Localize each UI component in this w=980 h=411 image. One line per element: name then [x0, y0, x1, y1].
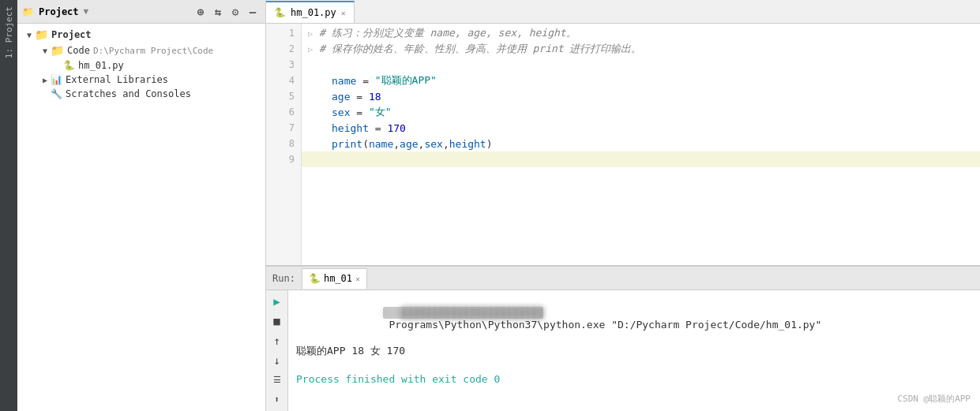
line7-number: 170 — [387, 122, 405, 134]
path-suffix: Programs\Python\Python37\python.exe "D:/… — [383, 319, 822, 331]
line7-var: height — [332, 122, 369, 134]
run-panel: Run: 🐍 hm_01 ✕ ▶ ■ ↑ ↓ ☰ ⬆ — [266, 265, 980, 411]
run-process-line: Process finished with exit code 0 — [296, 373, 972, 385]
run-stop-button[interactable]: ■ — [268, 313, 286, 330]
run-tab-hm01[interactable]: 🐍 hm_01 ✕ — [302, 268, 367, 289]
line8-comma1: , — [393, 138, 400, 150]
code-line-5: age = 18 — [302, 88, 980, 104]
project-tab-label[interactable]: 1: Project — [2, 3, 17, 62]
line-num-2: 2 — [289, 41, 295, 57]
editor-tab-hm01[interactable]: 🐍 hm_01.py ✕ — [266, 1, 355, 23]
fold-icon-1: ▷ — [308, 29, 316, 38]
sidebar-toolbar: ⊕ ⇆ ⚙ — — [193, 4, 261, 20]
code-line-1: ▷ # 练习：分别定义变量 name, age, sex, height。 — [302, 25, 980, 41]
scratches-label: Scratches and Consoles — [66, 88, 191, 99]
arrow-down-icon: ▼ — [24, 31, 35, 39]
folder-icon: 📁 — [22, 6, 34, 17]
run-result-line: 聪颖的APP 18 女 170 — [296, 344, 972, 358]
run-output: C:\███████████████████████ Programs\Pyth… — [288, 290, 980, 411]
project-label: Project — [51, 29, 92, 40]
line8-arg1: name — [369, 138, 393, 150]
app-window: 1: Project 📁 Project ▼ ⊕ ⇆ ⚙ — ▼ 📁 — [0, 0, 980, 411]
tree-item-code[interactable]: ▼ 📁 Code D:\Pycharm Project\Code — [17, 43, 265, 58]
line-num-4: 4 — [289, 73, 295, 88]
code-folder-icon: 📁 — [51, 44, 64, 57]
lib-icon: 📊 — [51, 74, 62, 85]
line8-arg2: age — [400, 138, 418, 150]
line4-var: name — [332, 75, 356, 87]
editor-panel: 🐍 hm_01.py ✕ 1 2 3 4 5 6 7 8 9 — [266, 0, 980, 411]
line-num-9: 9 — [289, 151, 295, 167]
line8-func: print — [332, 138, 362, 150]
code-line-8: print ( name , age , sex , height ) — [302, 136, 980, 151]
code-line-6: sex = "女" — [302, 104, 980, 120]
line-num-6: 6 — [289, 104, 295, 120]
tab-close-icon[interactable]: ✕ — [341, 9, 346, 17]
run-label: Run: — [272, 273, 295, 284]
line8-arg4: height — [449, 138, 486, 150]
scroll-up-button[interactable]: ↑ — [268, 333, 286, 349]
filter-button[interactable]: ⬆ — [268, 391, 286, 408]
file-tree: ▼ 📁 Project ▼ 📁 Code D:\Pycharm Project\… — [17, 24, 265, 411]
py-file-icon: 🐍 — [63, 60, 75, 71]
line6-op: = — [350, 106, 368, 118]
run-tab-close-icon[interactable]: ✕ — [355, 275, 360, 283]
sidebar-title: Project — [39, 6, 79, 17]
line-num-7: 7 — [289, 120, 295, 136]
line4-string: "聪颖的APP" — [375, 73, 437, 88]
line-num-1: 1 — [289, 25, 295, 41]
line8-arg3: sex — [424, 138, 442, 150]
run-play-button[interactable]: ▶ — [268, 293, 286, 310]
blurred-path: C:\███████████████████████ — [383, 307, 544, 319]
line6-var: sex — [332, 106, 350, 118]
line8-op: ( — [362, 138, 369, 150]
watermark: CSDN @聪颖的APP — [897, 393, 971, 405]
code-editor: 1 2 3 4 5 6 7 8 9 ▷ # 练习：分别定义变量 name, ag… — [266, 24, 980, 265]
line1-comment: # 练习：分别定义变量 name, age, sex, height。 — [319, 26, 576, 40]
scroll-down-button[interactable]: ↓ — [268, 352, 286, 368]
tree-item-ext-libs[interactable]: ▶ 📊 External Libraries — [17, 73, 265, 87]
code-folder-label: Code — [67, 45, 90, 56]
line-num-8: 8 — [289, 136, 295, 151]
run-tab-label: hm_01 — [324, 273, 352, 284]
sidebar: 📁 Project ▼ ⊕ ⇆ ⚙ — ▼ 📁 Project — [17, 0, 266, 411]
tree-item-hm01[interactable]: 🐍 hm_01.py — [17, 58, 265, 73]
run-path-line: C:\███████████████████████ Programs\Pyth… — [296, 295, 972, 342]
minimize-icon[interactable]: — — [245, 4, 261, 20]
code-line-9 — [302, 151, 980, 167]
run-tabs-bar: Run: 🐍 hm_01 ✕ — [266, 267, 980, 290]
hm01-label: hm_01.py — [78, 60, 124, 71]
code-line-4: name = "聪颖的APP" — [302, 73, 980, 88]
tree-item-project[interactable]: ▼ 📁 Project — [17, 27, 265, 43]
code-line-3 — [302, 57, 980, 73]
collapse-icon[interactable]: ⇆ — [210, 4, 226, 20]
tab-file-icon: 🐍 — [274, 7, 286, 18]
scratch-icon: 🔧 — [51, 88, 62, 99]
left-strip: 1: Project — [0, 0, 17, 411]
run-body: ▶ ■ ↑ ↓ ☰ ⬆ C:\███████████████████████ P… — [266, 290, 980, 411]
code-path: D:\Pycharm Project\Code — [93, 46, 213, 56]
sort-button[interactable]: ☰ — [268, 372, 286, 388]
run-tab-icon: 🐍 — [309, 273, 321, 284]
line-num-5: 5 — [289, 88, 295, 104]
code-content[interactable]: ▷ # 练习：分别定义变量 name, age, sex, height。 ▷ … — [302, 24, 980, 265]
line8-comma2: , — [419, 138, 425, 150]
tree-item-scratches[interactable]: 🔧 Scratches and Consoles — [17, 87, 265, 101]
code-line-7: height = 170 — [302, 120, 980, 136]
tab-label: hm_01.py — [291, 7, 336, 18]
line-num-3: 3 — [289, 57, 295, 73]
line2-comment: # 保存你的姓名、年龄、性别、身高、并使用 print 进行打印输出。 — [319, 42, 641, 56]
ext-libs-label: External Libraries — [66, 74, 168, 85]
line5-op: = — [350, 91, 368, 103]
line5-number: 18 — [369, 91, 381, 103]
line7-op: = — [369, 122, 387, 134]
run-controls: ▶ ■ ↑ ↓ ☰ ⬆ — [266, 290, 288, 411]
sidebar-header: 📁 Project ▼ ⊕ ⇆ ⚙ — — [17, 0, 265, 24]
project-folder-icon: 📁 — [35, 28, 48, 41]
line6-string: "女" — [369, 105, 392, 119]
line4-op: = — [356, 75, 374, 87]
settings-icon[interactable]: ⚙ — [227, 4, 243, 20]
locate-icon[interactable]: ⊕ — [193, 4, 208, 20]
arrow-right-icon: ▶ — [39, 76, 51, 84]
arrow-down-icon-2: ▼ — [39, 47, 51, 55]
